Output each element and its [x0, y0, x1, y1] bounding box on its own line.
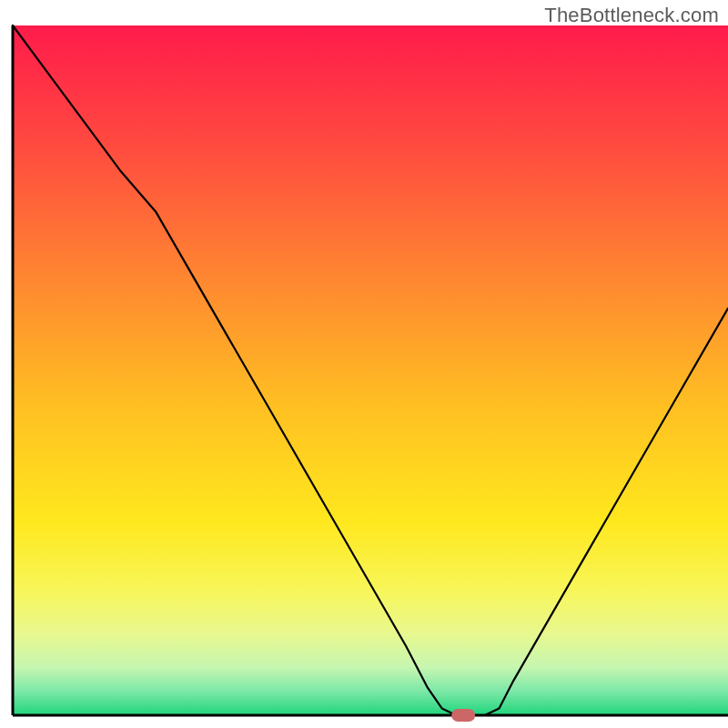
chart-svg — [0, 0, 728, 728]
watermark-text: TheBottleneck.com — [544, 4, 719, 27]
bottleneck-chart: TheBottleneck.com — [0, 0, 728, 728]
plot-background — [13, 25, 728, 715]
optimal-marker — [451, 709, 475, 722]
